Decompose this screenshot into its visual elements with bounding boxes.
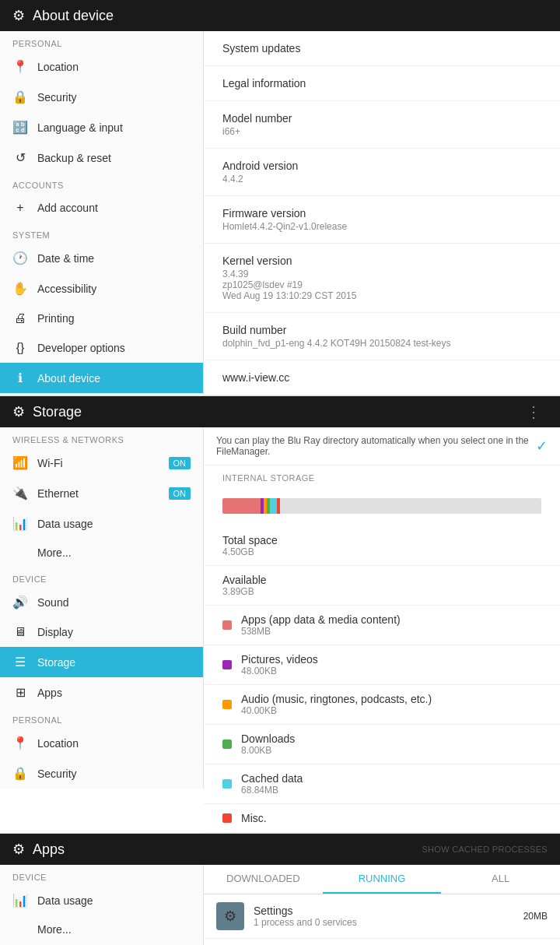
total-space-row: Total space 4.50GB bbox=[204, 526, 560, 566]
model-number-row[interactable]: Model number i66+ bbox=[204, 101, 560, 149]
sidebar-item-add-account[interactable]: + Add account bbox=[0, 193, 203, 223]
wifi-icon: 📶 bbox=[12, 455, 28, 470]
about-device-topbar: ⚙ About device bbox=[0, 0, 560, 31]
kernel-version-value: 3.4.39zp1025@lsdev #19Wed Aug 19 13:10:2… bbox=[222, 269, 541, 301]
show-cached-button[interactable]: SHOW CACHED PROCESSES bbox=[422, 845, 548, 854]
overflow-button[interactable]: ⋮ bbox=[520, 396, 548, 427]
legal-info-row[interactable]: Legal information bbox=[204, 66, 560, 101]
app-myiptv[interactable]: MY MyIptv 1 process and 1 service 2.9MB … bbox=[204, 939, 560, 945]
about-device-panel: PERSONAL 📍 Location 🔒 Security 🔡 Languag… bbox=[0, 31, 560, 396]
sidebar-item-language[interactable]: 🔡 Language & input bbox=[0, 112, 203, 142]
total-space-value: 4.50GB bbox=[222, 546, 541, 557]
kernel-version-row[interactable]: Kernel version 3.4.39zp1025@lsdev #19Wed… bbox=[204, 244, 560, 313]
app-settings-size: 20MB bbox=[523, 911, 548, 922]
app-settings[interactable]: ⚙ Settings 1 process and 0 services 20MB bbox=[204, 894, 560, 939]
sidebar-item-backup[interactable]: ↺ Backup & reset bbox=[0, 142, 203, 173]
sidebar-item-label: Add account bbox=[37, 202, 98, 214]
sidebar-item-ethernet[interactable]: 🔌 Ethernet ON bbox=[0, 478, 203, 508]
apps-label: Apps (app data & media content) bbox=[241, 613, 541, 626]
device-header3: DEVICE bbox=[0, 865, 203, 885]
sidebar-item-label: Security bbox=[37, 91, 77, 104]
sidebar-item-accessibility[interactable]: ✋ Accessibility bbox=[0, 273, 203, 304]
sidebar-item-label: Developer options bbox=[37, 342, 125, 354]
sidebar-item-data-usage2[interactable]: 📊 Data usage bbox=[0, 885, 203, 915]
gear-icon: ⚙ bbox=[12, 7, 25, 24]
sidebar-item-label: Date & time bbox=[37, 252, 94, 265]
bar-free bbox=[280, 498, 541, 514]
cached-row[interactable]: Cached data 68.84MB bbox=[204, 764, 560, 804]
total-space-label: Total space bbox=[222, 534, 541, 546]
sidebar-item-label: Wi-Fi bbox=[37, 457, 63, 469]
sidebar-item-about[interactable]: ℹ About device bbox=[0, 363, 203, 393]
apps-title: Apps bbox=[33, 841, 65, 858]
tab-running[interactable]: RUNNING bbox=[323, 865, 442, 894]
misc-row[interactable]: Misc. bbox=[204, 804, 560, 833]
sidebar-item-security2[interactable]: 🔒 Security bbox=[0, 758, 203, 789]
storage-content: You can play the Blu Ray directory autom… bbox=[204, 427, 560, 833]
notice-bar: You can play the Blu Ray directory autom… bbox=[204, 427, 560, 465]
about-device-section: ⚙ About device PERSONAL 📍 Location 🔒 Sec… bbox=[0, 0, 560, 396]
build-number-row[interactable]: Build number dolphin_fvd_p1-eng 4.4.2 KO… bbox=[204, 313, 560, 360]
tab-downloaded[interactable]: DOWNLOADED bbox=[204, 865, 323, 894]
sidebar-item-label: Accessibility bbox=[37, 283, 96, 295]
storage-bar-container bbox=[204, 486, 560, 526]
firmware-version-value: Homlet4.4.2-Qin2-v1.0release bbox=[222, 221, 541, 232]
sidebar-item-more[interactable]: More... bbox=[0, 539, 203, 567]
sidebar-item-sound[interactable]: 🔊 Sound bbox=[0, 587, 203, 617]
location-icon: 📍 bbox=[12, 59, 28, 74]
bar-cached bbox=[270, 498, 276, 514]
lock-icon: 🔒 bbox=[12, 90, 28, 104]
sidebar-item-label: More... bbox=[37, 923, 72, 936]
sidebar-item-wifi[interactable]: 📶 Wi-Fi ON bbox=[0, 448, 203, 478]
downloads-label: Downloads bbox=[241, 732, 541, 745]
downloads-row[interactable]: Downloads 8.00KB bbox=[204, 725, 560, 764]
tab-all[interactable]: ALL bbox=[441, 865, 560, 894]
android-version-row[interactable]: Android version 4.4.2 bbox=[204, 149, 560, 196]
clock-icon: 🕐 bbox=[12, 251, 28, 265]
apps-content: DOWNLOADED RUNNING ALL ⚙ Settings 1 proc… bbox=[204, 865, 560, 945]
sidebar-item-display[interactable]: 🖥 Display bbox=[0, 617, 203, 647]
apps-value: 538MB bbox=[241, 626, 541, 637]
sidebar-item-data-usage[interactable]: 📊 Data usage bbox=[0, 508, 203, 539]
sidebar-item-location2[interactable]: 📍 Location bbox=[0, 728, 203, 758]
sidebar-item-apps[interactable]: ⊞ Apps bbox=[0, 677, 203, 708]
apps-section: ⚙ Apps SHOW CACHED PROCESSES DEVICE 📊 Da… bbox=[0, 834, 560, 945]
sidebar-item-label: Location bbox=[37, 61, 79, 73]
app-settings-name: Settings bbox=[254, 905, 514, 917]
system-updates-row[interactable]: System updates bbox=[204, 31, 560, 66]
sidebar-item-datetime[interactable]: 🕐 Date & time bbox=[0, 243, 203, 273]
misc-label: Misc. bbox=[241, 812, 541, 824]
wifi-toggle[interactable]: ON bbox=[169, 457, 191, 469]
storage-topbar: ⚙ Storage ⋮ bbox=[0, 396, 560, 427]
sidebar-item-more2[interactable]: More... bbox=[0, 915, 203, 943]
audio-value: 40.00KB bbox=[241, 705, 541, 716]
language-icon: 🔡 bbox=[12, 120, 28, 135]
sidebar-item-security[interactable]: 🔒 Security bbox=[0, 82, 203, 112]
audio-row[interactable]: Audio (music, ringtones, podcasts, etc.)… bbox=[204, 685, 560, 725]
personal-header: PERSONAL bbox=[0, 31, 203, 51]
sidebar-item-developer[interactable]: {} Developer options bbox=[0, 333, 203, 363]
app-settings-meta: 20MB bbox=[523, 911, 548, 922]
apps-icon: ⊞ bbox=[12, 685, 28, 700]
internal-storage-label: INTERNAL STORAGE bbox=[204, 465, 560, 486]
apps-panel: DEVICE 📊 Data usage More... DEVICE 🔊 Sou… bbox=[0, 865, 560, 945]
about-device-content: System updates Legal information Model n… bbox=[204, 31, 560, 395]
sidebar-item-printing[interactable]: 🖨 Printing bbox=[0, 304, 203, 333]
pictures-row[interactable]: Pictures, videos 48.00KB bbox=[204, 645, 560, 685]
audio-dot bbox=[222, 700, 232, 709]
gear-icon: ⚙ bbox=[12, 841, 25, 858]
storage-icon: ☰ bbox=[12, 655, 28, 669]
model-number-title: Model number bbox=[222, 112, 541, 125]
website-row[interactable]: www.i-view.cc bbox=[204, 360, 560, 395]
sidebar-item-storage[interactable]: ☰ Storage bbox=[0, 647, 203, 677]
available-row: Available 3.89GB bbox=[204, 566, 560, 606]
firmware-version-title: Firmware version bbox=[222, 207, 541, 220]
device-header: DEVICE bbox=[0, 567, 203, 587]
pictures-label: Pictures, videos bbox=[241, 653, 541, 666]
cached-label: Cached data bbox=[241, 772, 541, 785]
sidebar-item-location[interactable]: 📍 Location bbox=[0, 51, 203, 82]
apps-row[interactable]: Apps (app data & media content) 538MB bbox=[204, 606, 560, 645]
firmware-version-row[interactable]: Firmware version Homlet4.4.2-Qin2-v1.0re… bbox=[204, 196, 560, 244]
ethernet-toggle[interactable]: ON bbox=[169, 487, 191, 500]
storage-section: ⚙ Storage ⋮ WIRELESS & NETWORKS 📶 Wi-Fi … bbox=[0, 396, 560, 834]
